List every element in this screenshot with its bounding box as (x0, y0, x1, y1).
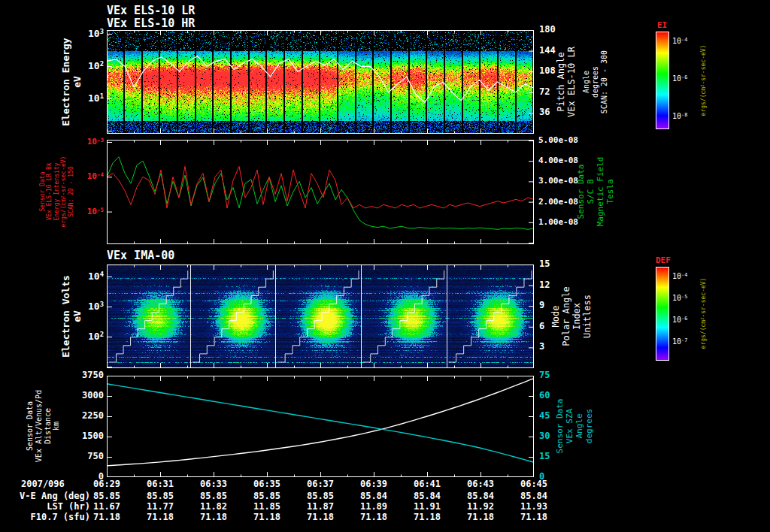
ephemeris-value: 11.92 (467, 502, 494, 512)
time-label: 06:29 (93, 479, 120, 489)
ephemeris-value: 71.18 (360, 512, 387, 522)
els-intensity-b-line-canvas (107, 140, 534, 244)
ephemeris-value: 85.84 (414, 491, 441, 501)
pitch-angle-axis-sublabel: AngledegreesSCAN: 20 - 300 (582, 50, 608, 113)
electron-volts-axis-label: Electron VoltseV (60, 275, 83, 358)
b-field-tick: 1.00e-08 (538, 218, 578, 227)
els-colorbar (656, 32, 669, 129)
ephemeris-value: 85.84 (467, 491, 494, 501)
els-colorbar-tick: 10-4 (672, 37, 687, 45)
time-label: 06:41 (414, 479, 441, 489)
sza-tick: 45 (539, 411, 550, 421)
distance-axis-label: Sensor DataVEx Alt/Venus/PdDistancekm (26, 390, 61, 462)
ephemeris-value: 85.84 (360, 491, 387, 501)
ima-colorbar-title: DEF (656, 256, 671, 265)
ephemeris-value: 71.18 (200, 512, 227, 522)
ima-colorbar-tick: 10-5 (672, 294, 687, 302)
els-hr-title: VEx ELS-10 HR (107, 17, 195, 30)
vex-quicklook-plot-page: VEx ELS-10 LR VEx ELS-10 HR VEx IMA-00 E… (0, 0, 770, 532)
ephemeris-value: 85.85 (307, 491, 334, 501)
ephemeris-value: 71.18 (93, 512, 120, 522)
sza-tick: 60 (539, 391, 550, 401)
ima-colorbar (656, 267, 669, 361)
ephemeris-value: 85.85 (253, 491, 280, 501)
sza-axis-label: Sensor DataVEx SZAAngledegrees (556, 399, 595, 454)
ima-index-tick: 3 (539, 342, 544, 352)
els-lr-title: VEx ELS-10 LR (107, 5, 195, 17)
ephemeris-value: 85.84 (520, 491, 547, 501)
sza-tick: 30 (539, 431, 550, 441)
row-label-lst: LST (hr) (0, 502, 90, 512)
ephemeris-value: 11.85 (253, 502, 280, 512)
ima-index-tick: 6 (539, 322, 544, 331)
ephemeris-value: 11.87 (307, 502, 334, 512)
b-field-tick: 2.00e-08 (538, 198, 578, 207)
sza-tick: 75 (539, 370, 550, 380)
els-intensity-tick: 10-3 (50, 138, 104, 147)
ima-colorbar-tick: 10-7 (672, 337, 687, 346)
pitch-angle-axis-label: Pitch AngleVEx ELS-10 LR (556, 47, 577, 117)
ima-spectrogram-canvas (107, 264, 534, 368)
ephemeris-value: 71.18 (414, 512, 441, 522)
b-field-tick: 5.00e-08 (538, 136, 578, 145)
els-colorbar-tick: 10-6 (672, 74, 687, 83)
ima-index-tick: 12 (539, 280, 550, 290)
els-spectrogram-canvas (107, 30, 534, 134)
els-colorbar-units: ergs/(cm2-sr-sec-eV) (700, 45, 707, 116)
ephemeris-value: 11.82 (200, 502, 227, 512)
time-label: 06:43 (467, 479, 494, 489)
ephemeris-value: 71.18 (147, 512, 174, 522)
ima-index-tick: 15 (539, 259, 550, 269)
time-label: 06:37 (307, 479, 334, 489)
els-colorbar-title: EI (657, 21, 667, 30)
els-colorbar-tick: 10-8 (672, 112, 687, 120)
ephemeris-value: 71.18 (520, 512, 547, 522)
ima-colorbar-tick: 10-6 (672, 316, 687, 324)
els-pitch-tick: 108 (539, 66, 556, 76)
b-field-tick: 3.00e-08 (538, 177, 578, 186)
magnetic-field-axis-label: Sensor DataS/C BMagnetic FieldTesla (577, 157, 616, 227)
sza-tick: 15 (539, 452, 550, 461)
els-pitch-tick: 36 (539, 107, 550, 117)
ima-title: VEx IMA-00 (107, 249, 174, 262)
els-pitch-tick: 180 (539, 25, 556, 35)
ephemeris-value: 71.18 (307, 512, 334, 522)
ephemeris-value: 71.18 (467, 512, 494, 522)
ima-colorbar-units: ergs/(cm2-sr-sec-eV) (700, 278, 707, 349)
altitude-sza-line-canvas (107, 376, 534, 477)
polar-angle-axis-label: ModePolar AngleIndexUnitless (550, 286, 593, 346)
ephemeris-value: 71.18 (253, 512, 280, 522)
ephemeris-value: 11.89 (360, 502, 387, 512)
ephemeris-value: 85.85 (200, 491, 227, 501)
time-label: 06:31 (147, 479, 174, 489)
els-intensity-axis-label: Sensor DataVEx ELS-10 LR BkEnergy Intens… (39, 156, 74, 228)
time-label: 06:39 (360, 479, 387, 489)
ephemeris-value: 11.67 (93, 502, 120, 512)
els-pitch-tick: 144 (539, 46, 556, 56)
ephemeris-value: 11.77 (147, 502, 174, 512)
ima-colorbar-tick: 10-4 (672, 272, 687, 280)
els-pitch-tick: 72 (539, 87, 550, 97)
time-label: 06:33 (200, 479, 227, 489)
ephemeris-value: 11.93 (520, 502, 547, 512)
ephemeris-value: 85.85 (147, 491, 174, 501)
time-label: 06:35 (253, 479, 280, 489)
electron-energy-axis-label: Electron EnergyeV (60, 38, 83, 125)
altitude-tick: 3750 (50, 370, 104, 380)
row-label-ve-angle: V-E Ang (deg) (0, 491, 90, 501)
ima-index-tick: 9 (539, 301, 544, 310)
ephemeris-value: 11.91 (414, 502, 441, 512)
row-label-f107: F10.7 (sfu) (0, 512, 90, 522)
time-label: 06:45 (520, 479, 547, 489)
b-field-tick: 4.00e-08 (538, 156, 578, 165)
ephemeris-value: 85.85 (93, 491, 120, 501)
